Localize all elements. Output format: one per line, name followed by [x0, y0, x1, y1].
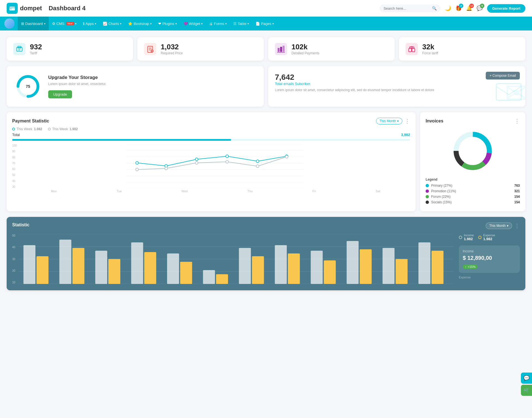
sidebar-item-plugins[interactable]: ❤ Plugins ▾: [155, 17, 180, 30]
upgrade-button[interactable]: Upgrade: [48, 90, 72, 98]
svg-rect-17: [409, 48, 411, 52]
legend-val-primary: 763: [514, 184, 520, 188]
expense-legend-value: 1.982: [483, 237, 495, 241]
legend-row-forum: Forum (22%) 154: [426, 195, 520, 199]
sidebar-item-apps[interactable]: ℹ Apps ▾: [80, 17, 100, 30]
svg-rect-57: [72, 248, 84, 284]
bell-icon[interactable]: 🔔 12: [466, 5, 472, 11]
payment-total-row: Total 3,982: [12, 133, 410, 137]
statistic-more-button[interactable]: ⋮: [514, 222, 520, 229]
moon-icon[interactable]: 🌙: [445, 5, 451, 11]
sidebar-item-dashboard[interactable]: ⊞ Dashboard ▾: [18, 17, 49, 30]
invoices-card: Invoices ⋮: [420, 112, 525, 211]
payment-more-button[interactable]: ⋮: [405, 118, 410, 124]
svg-point-37: [135, 168, 138, 171]
search-box[interactable]: 🔍: [380, 4, 441, 12]
total-label: Total: [12, 133, 20, 137]
sidebar-item-widget[interactable]: 💜 Widget ▾: [180, 17, 206, 30]
email-card: + Compose Email 7,642 Total emails Subcr…: [268, 66, 525, 107]
invoices-more-button[interactable]: ⋮: [514, 118, 520, 124]
dashboard-icon: ⊞: [21, 22, 24, 26]
sidebar-item-cms[interactable]: ⚙ CMS New ▾: [49, 17, 80, 30]
payment-header: Payment Statistic This Month ▾ ⋮: [12, 118, 410, 124]
statistic-title: Statistic: [12, 222, 29, 227]
logo-text: dompet: [20, 5, 42, 12]
svg-rect-73: [360, 249, 372, 284]
payment-invoices-row: Payment Statistic This Month ▾ ⋮ This We…: [7, 112, 525, 211]
svg-rect-75: [396, 259, 408, 284]
storage-card: 75 Upgrade Your Storage Lorem ipsum dolo…: [7, 66, 264, 107]
legend-label-forum: Forum (22%): [431, 195, 514, 199]
chevron-down-icon-table: ▾: [247, 22, 249, 25]
svg-rect-64: [203, 270, 215, 284]
header-right: 🔍 🌙 🎁 2 🔔 12 💬 5 Generate Report: [380, 4, 525, 13]
sidebar-item-pages[interactable]: 📄 Pages ▾: [252, 17, 277, 30]
chevron-down-icon: ▾: [44, 22, 45, 25]
statistic-right: This Month ▾ ⋮ Income 1.982 Expense: [459, 222, 520, 285]
sidebar-item-forms[interactable]: 🖨 Forms ▾: [206, 17, 230, 30]
legend-val-forum: 154: [514, 195, 520, 199]
sidebar-item-bootstrap[interactable]: ⭐ Bootstrap ▾: [125, 17, 155, 30]
income-amount: $ 12,890,00: [463, 255, 516, 261]
svg-point-34: [226, 155, 228, 158]
svg-rect-70: [311, 251, 323, 284]
svg-rect-68: [275, 245, 287, 284]
chevron-down-icon-cms: ▾: [75, 22, 76, 25]
charts-icon: 📈: [103, 22, 107, 26]
stat-cards-row: 932 Tariff 1,032 Required Price: [7, 37, 525, 61]
stat-card-force-tariff: 32k Force tariff: [399, 37, 525, 61]
chat-icon[interactable]: 💬 5: [477, 5, 483, 11]
svg-point-19: [411, 47, 413, 48]
svg-rect-3: [18, 46, 21, 48]
arrow-up-icon: ↑: [465, 265, 467, 268]
statistic-month-button[interactable]: This Month ▾: [486, 222, 512, 229]
stat-card-detailed-payments: 102k Detalled Payments: [268, 37, 395, 61]
logo: dompet: [7, 3, 42, 14]
legend-color-promotion: [426, 189, 429, 193]
widget-icon: 💜: [183, 22, 188, 26]
svg-rect-60: [131, 242, 143, 284]
email-sub-label: Total emails Subcriber.: [275, 82, 519, 86]
generate-report-button[interactable]: Generate Report: [487, 4, 525, 13]
svg-rect-66: [239, 248, 251, 284]
cms-new-badge: New: [66, 22, 74, 25]
sidebar-item-charts[interactable]: 📈 Charts ▾: [99, 17, 125, 30]
legend-dot-gray: [48, 128, 51, 130]
svg-rect-67: [252, 256, 264, 284]
gift-icon[interactable]: 🎁 2: [456, 5, 462, 11]
income-legend-dot: [459, 236, 462, 239]
svg-point-41: [256, 165, 259, 168]
legend-row-primary: Primary (27%) 763: [426, 184, 520, 188]
legend-color-socials: [426, 201, 429, 204]
bootstrap-icon: ⭐: [128, 22, 132, 26]
income-legend-item: Income 1.982: [459, 234, 474, 241]
payment-title: Payment Statistic: [12, 119, 376, 124]
legend-label-socials: Socials (15%): [431, 200, 514, 204]
pages-icon: 📄: [255, 22, 260, 26]
income-change-badge: ↑ +15%: [463, 265, 478, 269]
required-price-icon: [144, 43, 156, 55]
detailed-payments-label: Detalled Payments: [291, 51, 319, 55]
svg-point-40: [226, 160, 228, 163]
svg-rect-77: [431, 251, 443, 284]
chevron-down-icon-plugins: ▾: [175, 22, 177, 25]
header: dompet Dashboard 4 🔍 🌙 🎁 2 🔔 12 💬 5 Gene…: [0, 0, 532, 17]
svg-point-31: [135, 161, 138, 164]
svg-rect-58: [95, 251, 107, 284]
legend-label-promotion: Promotion (11%): [431, 189, 514, 193]
chevron-down-icon-apps: ▾: [95, 22, 96, 25]
plugins-icon: ❤: [158, 22, 161, 26]
payment-progress-bar: [12, 139, 410, 141]
tariff-label: Tariff: [30, 51, 42, 55]
search-input[interactable]: [383, 6, 430, 11]
svg-point-38: [165, 167, 167, 170]
detailed-payments-number: 102k: [291, 43, 319, 51]
svg-rect-61: [144, 252, 156, 284]
svg-rect-71: [324, 260, 336, 284]
svg-rect-62: [167, 253, 179, 284]
this-month-button[interactable]: This Month ▾: [376, 118, 402, 124]
payment-card: Payment Statistic This Month ▾ ⋮ This We…: [7, 112, 416, 211]
nav-avatar: [4, 19, 14, 29]
sidebar-item-table[interactable]: ☰ Table ▾: [230, 17, 252, 30]
svg-rect-15: [283, 46, 285, 52]
